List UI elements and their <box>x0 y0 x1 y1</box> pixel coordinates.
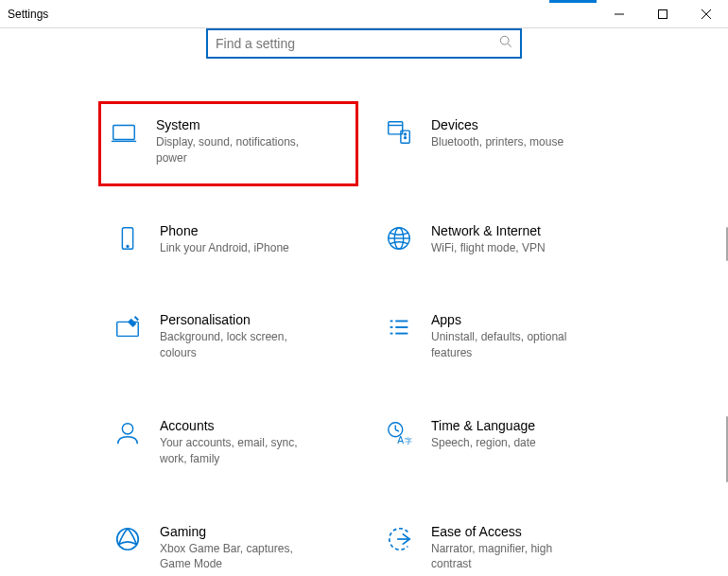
tile-apps[interactable]: Apps Uninstall, defaults, optional featu… <box>380 308 619 365</box>
maximize-icon <box>658 9 667 19</box>
time-language-icon: A 字 <box>384 418 414 448</box>
tile-accounts[interactable]: Accounts Your accounts, email, sync, wor… <box>109 414 348 471</box>
tile-title: Personalisation <box>160 312 316 327</box>
tile-personalisation[interactable]: Personalisation Background, lock screen,… <box>109 308 348 365</box>
tile-title: Gaming <box>160 524 316 539</box>
svg-line-29 <box>395 429 399 431</box>
tile-title: Time & Language <box>431 418 536 433</box>
tile-title: Devices <box>431 117 563 132</box>
tile-title: Network & Internet <box>431 223 546 238</box>
scrollbar[interactable] <box>722 227 728 519</box>
tile-desc: Narrator, magnifier, high contrast <box>431 541 587 573</box>
tile-title: Phone <box>160 223 289 238</box>
tile-network[interactable]: Network & Internet WiFi, flight mode, VP… <box>380 219 619 260</box>
svg-line-5 <box>508 44 511 47</box>
search-box[interactable] <box>206 28 522 59</box>
svg-point-14 <box>127 245 129 247</box>
tile-title: System <box>156 117 312 132</box>
accounts-icon <box>113 418 143 448</box>
tile-title: Accounts <box>160 418 316 433</box>
window-controls <box>598 0 728 27</box>
tile-desc: Bluetooth, printers, mouse <box>431 134 563 150</box>
svg-point-12 <box>405 137 407 139</box>
titlebar-accent <box>549 0 597 3</box>
tile-desc: Speech, region, date <box>431 435 536 451</box>
svg-point-4 <box>500 36 509 44</box>
tile-desc: Uninstall, defaults, optional features <box>431 329 587 361</box>
minimize-icon <box>615 9 624 19</box>
svg-rect-6 <box>113 126 135 140</box>
tile-desc: Your accounts, email, sync, work, family <box>160 435 316 467</box>
tile-desc: WiFi, flight mode, VPN <box>431 240 546 256</box>
tile-devices[interactable]: Devices Bluetooth, printers, mouse <box>380 113 619 170</box>
minimize-button[interactable] <box>598 0 641 27</box>
svg-rect-1 <box>659 9 667 18</box>
svg-text:字: 字 <box>405 436 412 445</box>
tile-time[interactable]: A 字 Time & Language Speech, region, date <box>380 414 619 471</box>
tile-desc: Xbox Game Bar, captures, Game Mode <box>160 541 316 573</box>
network-icon <box>384 223 414 253</box>
search-input[interactable] <box>216 36 499 51</box>
tile-system[interactable]: System Display, sound, notifications, po… <box>105 108 352 180</box>
svg-text:A: A <box>397 435 404 445</box>
system-icon <box>109 117 139 148</box>
tile-title: Ease of Access <box>431 524 587 539</box>
svg-point-11 <box>405 133 407 135</box>
content-area: System Display, sound, notifications, po… <box>0 28 728 576</box>
tile-desc: Background, lock screen, colours <box>160 329 316 361</box>
tile-desc: Link your Android, iPhone <box>160 240 289 256</box>
ease-of-access-icon <box>384 524 414 554</box>
tile-gaming[interactable]: Gaming Xbox Game Bar, captures, Game Mod… <box>109 520 348 576</box>
titlebar: Settings <box>0 0 728 28</box>
tile-phone[interactable]: Phone Link your Android, iPhone <box>109 219 348 260</box>
window-title: Settings <box>8 8 48 21</box>
svg-line-19 <box>135 317 139 321</box>
apps-icon <box>384 312 414 342</box>
phone-icon <box>113 223 143 253</box>
settings-grid: System Display, sound, notifications, po… <box>24 113 704 576</box>
search-icon <box>499 35 512 52</box>
gaming-icon <box>113 524 143 554</box>
maximize-button[interactable] <box>641 0 685 27</box>
personalisation-icon <box>113 312 143 342</box>
close-button[interactable] <box>685 0 728 27</box>
tile-desc: Display, sound, notifications, power <box>156 134 312 166</box>
search-container <box>0 28 728 59</box>
close-icon <box>702 9 711 19</box>
devices-icon <box>384 117 414 148</box>
svg-point-26 <box>122 424 132 434</box>
tile-ease-of-access[interactable]: Ease of Access Narrator, magnifier, high… <box>380 520 619 576</box>
tile-title: Apps <box>431 312 587 327</box>
